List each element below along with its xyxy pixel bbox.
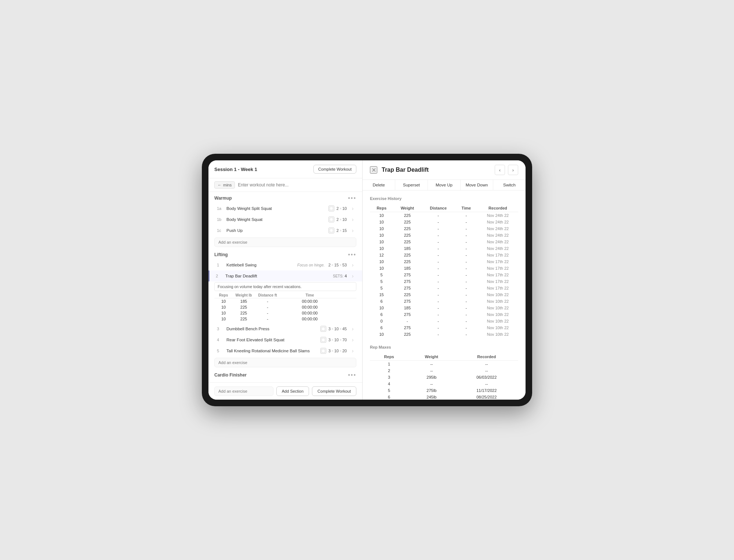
trap-bar-sets-table: Reps Weight lb Distance ft Time 10 185 -…	[214, 292, 356, 322]
history-cell: Nov 10th 22	[477, 311, 518, 318]
mins-button[interactable]: ← mins	[214, 181, 235, 189]
exercise-index-db: 3	[217, 327, 224, 331]
check-icon-1c[interactable]	[328, 228, 334, 233]
exercise-index-1a: 1a	[217, 206, 224, 211]
rm-cell: 245lb	[408, 394, 455, 400]
history-cell: 10	[370, 225, 393, 232]
arrow-left-icon: ←	[218, 183, 222, 187]
check-icon-1b[interactable]	[328, 217, 334, 222]
exercise-row-trap-bar[interactable]: 2 Trap Bar Deadlift SETS: 4 ›	[208, 270, 362, 281]
history-table-row: 0---Nov 10th 22	[370, 318, 518, 324]
history-cell: -	[422, 232, 455, 239]
svg-rect-5	[321, 349, 325, 353]
cardio-section-menu[interactable]: •••	[348, 372, 356, 378]
prev-exercise-button[interactable]: ‹	[495, 165, 505, 175]
expand-btn-tb[interactable]: ›	[349, 272, 356, 280]
history-cell: -	[455, 298, 477, 305]
history-col-time: Time	[455, 204, 477, 212]
check-icon-1a[interactable]	[328, 206, 334, 211]
lifting-section-name: Lifting	[214, 252, 228, 257]
complete-workout-bottom-button[interactable]: Complete Workout	[312, 386, 356, 396]
history-cell: -	[422, 265, 455, 272]
svg-rect-4	[321, 338, 325, 342]
history-cell: -	[422, 298, 455, 305]
workout-note-input[interactable]	[238, 182, 356, 188]
rm-cell: 5	[370, 387, 408, 394]
history-cell: 275	[393, 272, 421, 278]
history-cell: Nov 10th 22	[477, 318, 518, 324]
rm-cell: --	[408, 367, 455, 374]
history-cell: 275	[393, 285, 421, 291]
rep-maxes-table: Reps Weight Recorded 1----2----3295lb06/…	[370, 353, 518, 400]
history-cell: 10	[370, 265, 393, 272]
history-col-recorded: Recorded	[477, 204, 518, 212]
check-icon-tkr[interactable]	[320, 348, 326, 354]
history-table-row: 12225--Nov 17th 22	[370, 252, 518, 258]
rm-col-recorded: Recorded	[455, 353, 518, 361]
rm-table-row: 5275lb11/17/2022	[370, 387, 518, 394]
history-cell: -	[422, 212, 455, 219]
check-icon-db[interactable]	[320, 326, 326, 332]
move-down-button[interactable]: Move Down	[461, 180, 493, 190]
history-cell: -	[455, 232, 477, 239]
add-exercise-warmup[interactable]	[214, 237, 356, 247]
sets-display-1c: 2 × 15	[337, 228, 347, 233]
warmup-section-menu[interactable]: •••	[348, 195, 356, 201]
history-table-row: 5275--Nov 17th 22	[370, 278, 518, 285]
exercise-note-kb: Focus on hinge.	[297, 263, 325, 267]
sets-display-rfe: 3 × 10 × 70	[328, 338, 347, 342]
close-detail-button[interactable]: ✕	[370, 166, 377, 174]
sets-row-3: 10 225 - 00:00:00	[214, 310, 356, 316]
col-distance: Distance ft	[255, 293, 280, 297]
exercise-row-airdyne: 1 Airdyne Bike 1 × 00:05:00 - ›	[208, 380, 362, 382]
expand-btn-1c[interactable]: ›	[349, 227, 356, 234]
expand-btn-tkr[interactable]: ›	[349, 347, 356, 354]
lifting-section-menu[interactable]: •••	[348, 251, 356, 258]
history-cell: 275	[393, 298, 421, 305]
history-cell: 5	[370, 272, 393, 278]
expand-btn-db[interactable]: ›	[349, 325, 356, 332]
rm-cell: --	[455, 361, 518, 368]
switch-button[interactable]: Switch	[493, 180, 526, 190]
expand-btn-1a[interactable]: ›	[349, 205, 356, 212]
history-cell: -	[422, 285, 455, 291]
add-exercise-lifting[interactable]	[214, 358, 356, 367]
rm-table-row: 4----	[370, 381, 518, 387]
exercise-row-kettlebell: 1 Kettlebell Swing Focus on hinge. 2 × 1…	[208, 259, 362, 270]
expand-btn-kb[interactable]: ›	[349, 261, 356, 269]
delete-button[interactable]: Delete	[363, 180, 395, 190]
superset-button[interactable]: Superset	[395, 180, 428, 190]
check-icon-rfe[interactable]	[320, 337, 326, 343]
history-cell: Nov 24th 22	[477, 212, 518, 219]
history-cell: 10	[370, 232, 393, 239]
history-cell: 185	[393, 265, 421, 272]
history-table-row: 10225--Nov 24th 22	[370, 219, 518, 225]
complete-workout-header-button[interactable]: Complete Workout	[313, 165, 356, 174]
move-up-button[interactable]: Move Up	[428, 180, 461, 190]
add-section-button[interactable]: Add Section	[276, 386, 309, 396]
history-cell: 0	[370, 318, 393, 324]
history-table-row: 5275--Nov 17th 22	[370, 285, 518, 291]
history-cell: -	[422, 311, 455, 318]
history-cell: 225	[393, 225, 421, 232]
history-cell: 275	[393, 311, 421, 318]
next-exercise-button[interactable]: ›	[508, 165, 518, 175]
history-cell: -	[422, 225, 455, 232]
bottom-actions: Add Section Complete Workout	[208, 382, 362, 400]
left-panel: Session 1 - Week 1 Complete Workout ← mi…	[208, 160, 363, 400]
history-cell: Nov 24th 22	[477, 219, 518, 225]
nav-arrows: ‹ ›	[495, 165, 518, 175]
history-cell: 6	[370, 311, 393, 318]
exercise-detail-header: ✕ Trap Bar Deadlift ‹ ›	[363, 160, 526, 180]
expand-btn-rfe[interactable]: ›	[349, 336, 356, 343]
history-cell: -	[455, 219, 477, 225]
exercise-row-tkr: 5 Tall Kneeling Rotational Medicine Ball…	[208, 345, 362, 356]
history-table-row: 6275--Nov 10th 22	[370, 311, 518, 318]
add-exercise-bottom-input[interactable]	[214, 386, 273, 396]
history-cell: 225	[393, 212, 421, 219]
history-cell: 10	[370, 331, 393, 338]
history-cell: 225	[393, 252, 421, 258]
rep-maxes-section: Rep Maxes Reps Weight Recorded 1----2---…	[370, 345, 518, 400]
expand-btn-1b[interactable]: ›	[349, 216, 356, 223]
rm-cell: 275lb	[408, 387, 455, 394]
